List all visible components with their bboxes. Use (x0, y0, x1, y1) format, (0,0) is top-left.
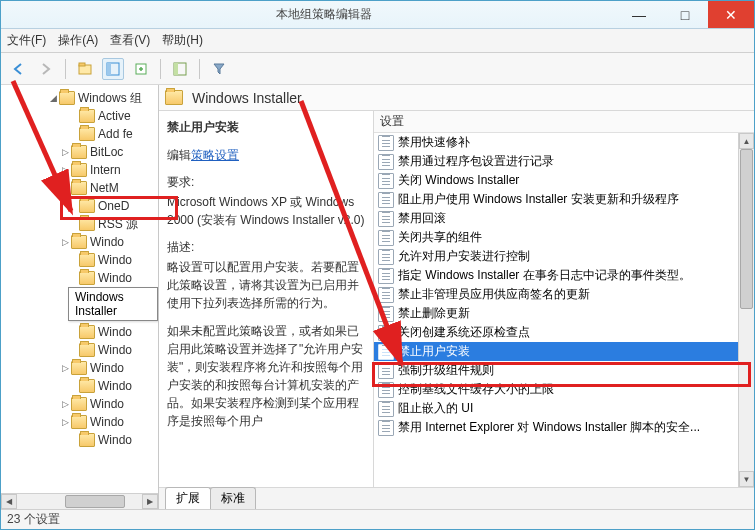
tree-caret-icon[interactable]: ▷ (59, 147, 71, 157)
folder-icon (165, 90, 183, 105)
settings-header[interactable]: 设置 (374, 111, 754, 133)
show-hide-tree-button[interactable] (102, 58, 124, 80)
menu-action[interactable]: 操作(A) (58, 32, 98, 49)
forward-button[interactable] (35, 58, 57, 80)
policy-icon (378, 135, 394, 151)
requirements-text: Microsoft Windows XP 或 Windows 2000 (安装有… (167, 193, 365, 229)
maximize-button[interactable]: □ (662, 1, 708, 28)
svg-rect-6 (174, 63, 178, 75)
scroll-right-button[interactable]: ▶ (142, 494, 158, 509)
settings-item-label: 指定 Windows Installer 在事务日志中记录的事件类型。 (398, 267, 691, 284)
settings-item[interactable]: 关闭 Windows Installer (374, 171, 738, 190)
folder-icon (79, 433, 95, 447)
scroll-thumb-vertical[interactable] (740, 149, 753, 309)
tab-standard[interactable]: 标准 (210, 487, 256, 509)
tree-caret-icon[interactable]: ▷ (59, 363, 71, 373)
policy-icon (378, 401, 394, 417)
menu-view[interactable]: 查看(V) (110, 32, 150, 49)
menu-file[interactable]: 文件(F) (7, 32, 46, 49)
settings-item[interactable]: 阻止嵌入的 UI (374, 399, 738, 418)
settings-item[interactable]: 阻止用户使用 Windows Installer 安装更新和升级程序 (374, 190, 738, 209)
tree-item[interactable]: Windo (1, 431, 158, 449)
tree-item[interactable]: Active (1, 107, 158, 125)
edit-prefix: 编辑 (167, 148, 191, 162)
window-title: 本地组策略编辑器 (31, 6, 616, 23)
scroll-down-button[interactable]: ▼ (739, 471, 754, 487)
filter-button[interactable] (208, 58, 230, 80)
settings-item[interactable]: 禁用回滚 (374, 209, 738, 228)
tree-item[interactable]: ▷NetM (1, 179, 158, 197)
tree-item[interactable]: ▷Windo (1, 413, 158, 431)
tab-extended[interactable]: 扩展 (165, 487, 211, 509)
settings-item-label: 阻止用户使用 Windows Installer 安装更新和升级程序 (398, 191, 679, 208)
settings-vertical-scrollbar[interactable]: ▲ ▼ (738, 133, 754, 487)
settings-item-label: 禁用回滚 (398, 210, 446, 227)
menu-help[interactable]: 帮助(H) (162, 32, 203, 49)
tree-item[interactable]: ▷Windo (1, 233, 158, 251)
tree-item[interactable]: RSS 源 (1, 215, 158, 233)
tree-item[interactable]: OneD (1, 197, 158, 215)
tree-caret-icon[interactable]: ▷ (59, 237, 71, 247)
back-button[interactable] (7, 58, 29, 80)
details-pane: 禁止用户安装 编辑策略设置 要求: Microsoft Windows XP 或… (159, 111, 373, 487)
tree-caret-icon[interactable]: ▷ (59, 399, 71, 409)
description-text-2: 如果未配置此策略设置，或者如果已启用此策略设置并选择了"允许用户安装"，则安装程… (167, 322, 365, 430)
content-title: Windows Installer (192, 90, 302, 106)
settings-item[interactable]: 禁用 Internet Explorer 对 Windows Installer… (374, 418, 738, 437)
settings-item[interactable]: 强制升级组件规则 (374, 361, 738, 380)
export-button[interactable] (130, 58, 152, 80)
tree-item[interactable]: Windo (1, 269, 158, 287)
tree-horizontal-scrollbar[interactable]: ◀ ▶ (1, 493, 158, 509)
tree-caret-icon[interactable]: ▷ (59, 165, 71, 175)
scroll-left-button[interactable]: ◀ (1, 494, 17, 509)
policy-icon (378, 230, 394, 246)
tree-item[interactable]: ▷Intern (1, 161, 158, 179)
settings-item[interactable]: 禁止用户安装 (374, 342, 738, 361)
folder-icon (79, 379, 95, 393)
folder-icon (71, 181, 87, 195)
settings-list[interactable]: 禁用快速修补禁用通过程序包设置进行记录关闭 Windows Installer阻… (374, 133, 738, 487)
tree-item[interactable]: Add fe (1, 125, 158, 143)
tree-item[interactable]: Windo (1, 377, 158, 395)
scroll-thumb[interactable] (65, 495, 125, 508)
settings-item[interactable]: 禁止非管理员应用供应商签名的更新 (374, 285, 738, 304)
scroll-up-button[interactable]: ▲ (739, 133, 754, 149)
tree-item-label: Windo (98, 271, 132, 285)
tree-item[interactable]: ▷BitLoc (1, 143, 158, 161)
settings-item-label: 关闭共享的组件 (398, 229, 482, 246)
tree-caret-icon[interactable]: ◢ (47, 93, 59, 103)
settings-item[interactable]: 关闭共享的组件 (374, 228, 738, 247)
tree-caret-icon[interactable]: ▷ (59, 417, 71, 427)
tree-item-label: BitLoc (90, 145, 123, 159)
folder-icon (71, 361, 87, 375)
tree-item[interactable]: ◢Windows 组 (1, 89, 158, 107)
settings-item[interactable]: 控制基线文件缓存大小的上限 (374, 380, 738, 399)
tree-caret-icon[interactable]: ▷ (59, 183, 71, 193)
content-header: Windows Installer (159, 85, 754, 111)
tree-item[interactable]: Windo (1, 251, 158, 269)
minimize-button[interactable]: — (616, 1, 662, 28)
settings-item[interactable]: 指定 Windows Installer 在事务日志中记录的事件类型。 (374, 266, 738, 285)
settings-item[interactable]: 禁用快速修补 (374, 133, 738, 152)
settings-item[interactable]: 禁止删除更新 (374, 304, 738, 323)
settings-item[interactable]: 允许对用户安装进行控制 (374, 247, 738, 266)
folder-icon (71, 163, 87, 177)
tree-item[interactable]: Windo (1, 341, 158, 359)
close-button[interactable]: ✕ (708, 1, 754, 28)
refresh-button[interactable] (169, 58, 191, 80)
policy-icon (378, 287, 394, 303)
tree-item-label: OneD (98, 199, 129, 213)
tree-item-label: Windo (90, 361, 124, 375)
policy-icon (378, 173, 394, 189)
up-button[interactable] (74, 58, 96, 80)
tree-item-label: Windows 组 (78, 90, 142, 107)
content-tabs: 扩展 标准 (159, 487, 754, 509)
settings-item[interactable]: 关闭创建系统还原检查点 (374, 323, 738, 342)
tree-item[interactable]: Windo (1, 323, 158, 341)
settings-item[interactable]: 禁用通过程序包设置进行记录 (374, 152, 738, 171)
edit-policy-link[interactable]: 策略设置 (191, 148, 239, 162)
tree-item[interactable]: ▷Windo (1, 359, 158, 377)
tree-item[interactable]: ▷Windo (1, 395, 158, 413)
policy-icon (378, 249, 394, 265)
tree-item-label: RSS 源 (98, 216, 138, 233)
